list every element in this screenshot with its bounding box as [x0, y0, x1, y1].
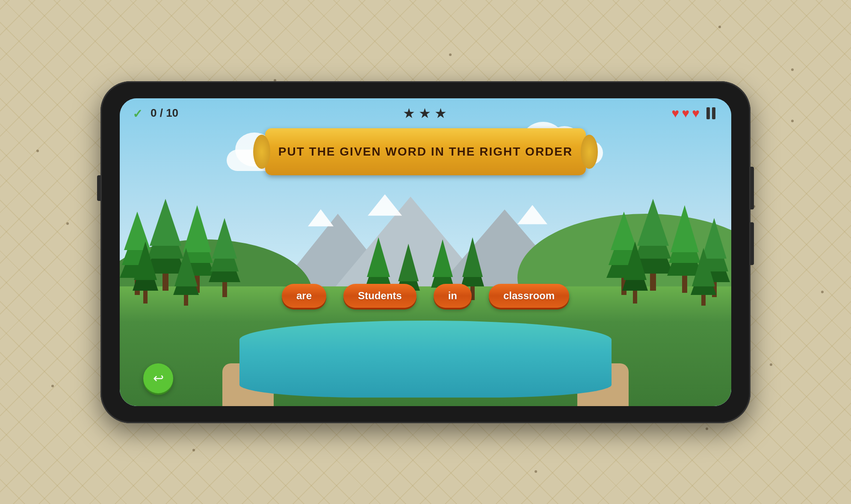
bg-dot	[51, 385, 54, 387]
heart-3: ♥	[692, 106, 700, 121]
heart-1: ♥	[672, 106, 680, 121]
back-arrow-icon: ↩	[153, 371, 164, 386]
heart-2: ♥	[682, 106, 689, 121]
pause-bar-1	[706, 107, 710, 119]
stars-section: ★ ★ ★	[403, 105, 447, 121]
word-button-students[interactable]: Students	[343, 284, 417, 308]
bg-dot	[192, 449, 195, 451]
word-button-in[interactable]: in	[434, 284, 472, 308]
score-section: ✓ 0 / 10	[133, 106, 178, 120]
phone-frame: ✓ 0 / 10 ★ ★ ★ ♥ ♥ ♥ P	[100, 81, 751, 423]
star-2: ★	[419, 105, 431, 121]
word-buttons-section: are Students in classroom	[120, 284, 731, 308]
bg-dot	[791, 120, 794, 122]
bg-dot	[770, 363, 772, 366]
lives-section: ♥ ♥ ♥	[672, 106, 718, 121]
bg-dot	[66, 222, 69, 225]
bg-dot	[535, 470, 537, 473]
pause-button[interactable]	[706, 107, 718, 119]
river	[239, 321, 612, 398]
bg-dot	[706, 427, 708, 430]
volume-down-button	[751, 222, 754, 265]
word-button-classroom[interactable]: classroom	[489, 284, 569, 308]
bg-dot	[36, 150, 39, 152]
back-button[interactable]: ↩	[143, 363, 173, 393]
score-display: 0 / 10	[151, 106, 178, 120]
instruction-text: PUT THE GIVEN WORD IN THE RIGHT ORDER	[278, 145, 573, 159]
bg-dot	[449, 53, 452, 56]
word-button-are[interactable]: are	[282, 284, 326, 308]
bg-dot	[821, 291, 824, 293]
star-1: ★	[403, 105, 415, 121]
game-header: ✓ 0 / 10 ★ ★ ★ ♥ ♥ ♥	[120, 98, 731, 128]
instruction-banner: PUT THE GIVEN WORD IN THE RIGHT ORDER	[265, 128, 586, 175]
bg-dot	[718, 26, 721, 28]
pause-bar-2	[712, 107, 715, 119]
power-button	[751, 167, 754, 209]
volume-button	[97, 175, 100, 201]
star-3: ★	[434, 105, 447, 121]
checkmark-icon: ✓	[133, 107, 145, 120]
bg-dot	[791, 68, 794, 71]
instruction-banner-container: PUT THE GIVEN WORD IN THE RIGHT ORDER	[265, 126, 586, 177]
game-screen: ✓ 0 / 10 ★ ★ ★ ♥ ♥ ♥ P	[120, 98, 731, 406]
